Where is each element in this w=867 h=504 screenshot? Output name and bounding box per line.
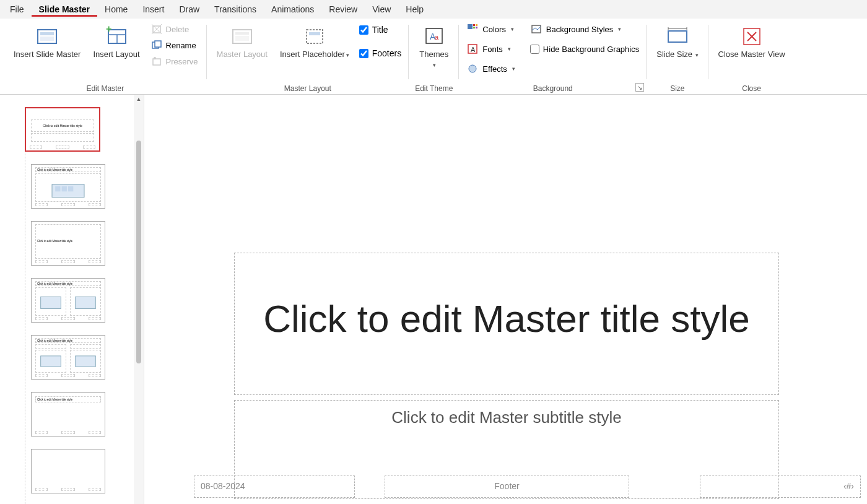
slide-size-button[interactable]: Slide Size ▾	[653, 22, 702, 62]
close-icon	[739, 25, 764, 48]
background-group-label: Background	[533, 82, 573, 94]
menu-slide-master[interactable]: Slide Master	[32, 2, 97, 17]
scroll-up-icon[interactable]: ▲	[134, 95, 143, 103]
ribbon-group-close: Close Master View Close	[708, 20, 795, 94]
ribbon: Insert Slide Master + Insert Layout Dele…	[0, 19, 867, 95]
thumbnail-scrollbar[interactable]: ▲	[134, 95, 144, 504]
thumbnail-layout-5[interactable]: Click to edit Master title style	[31, 392, 105, 437]
colors-icon	[468, 24, 479, 35]
svg-rect-40	[62, 186, 67, 191]
master-layout-button: Master Layout	[213, 22, 271, 62]
insert-layout-label: Insert Layout	[93, 50, 139, 59]
menu-home[interactable]: Home	[97, 2, 135, 17]
footers-checkbox[interactable]: Footers	[358, 46, 403, 61]
effects-label: Effects	[482, 64, 507, 74]
slide-number-placeholder[interactable]: ‹#›	[700, 476, 861, 498]
slide-master-icon	[35, 25, 59, 48]
preserve-icon	[151, 56, 162, 67]
insert-slide-master-button[interactable]: Insert Slide Master	[10, 22, 84, 62]
hide-bg-label: Hide Background Graphics	[543, 45, 639, 54]
insert-layout-icon: +	[104, 25, 129, 48]
background-dialog-launcher[interactable]: ↘	[635, 83, 644, 92]
menu-draw[interactable]: Draw	[172, 2, 207, 17]
menu-view[interactable]: View	[365, 2, 398, 17]
insert-placeholder-icon	[302, 25, 327, 48]
date-placeholder[interactable]: 08-08-2024	[194, 476, 355, 498]
colors-button[interactable]: Colors ▾	[465, 22, 518, 36]
fonts-button[interactable]: A Fonts ▾	[465, 42, 518, 56]
scrollbar-thumb[interactable]	[136, 141, 141, 363]
svg-rect-12	[153, 59, 160, 65]
date-text: 08-08-2024	[201, 481, 245, 491]
workspace: Click to edit Master title style Click t…	[0, 95, 867, 504]
thumbnail-layout-4[interactable]: Click to edit Master title style	[31, 335, 105, 380]
fonts-icon: A	[468, 43, 479, 54]
insert-layout-button[interactable]: + Insert Layout	[89, 22, 143, 62]
menu-bar: File Slide Master Home Insert Draw Trans…	[0, 0, 867, 19]
menu-animations[interactable]: Animations	[264, 2, 321, 17]
title-placeholder[interactable]: Click to edit Master title style	[234, 253, 779, 395]
ribbon-group-master-layout: Master Layout Insert Placeholder▾ Title …	[207, 20, 409, 94]
svg-rect-1	[40, 32, 54, 35]
hide-bg-checkbox[interactable]: Hide Background Graphics	[529, 42, 640, 56]
footer-placeholder[interactable]: Footer	[385, 476, 629, 498]
colors-label: Colors	[482, 25, 506, 34]
title-checkbox-input[interactable]	[359, 25, 368, 35]
chevron-down-icon: ▾	[512, 66, 515, 72]
size-group-label: Size	[670, 82, 684, 94]
svg-rect-42	[41, 297, 61, 308]
svg-rect-25	[473, 27, 475, 28]
slide-canvas-area[interactable]: Click to edit Master title style Click t…	[144, 95, 867, 504]
menu-file[interactable]: File	[2, 2, 32, 17]
rename-label: Rename	[166, 41, 196, 50]
svg-rect-39	[55, 186, 60, 191]
thumbnail-layout-3[interactable]: Click to edit Master title style	[31, 278, 105, 323]
themes-label: Themes▾	[419, 50, 448, 69]
effects-icon	[468, 63, 479, 74]
svg-text:A: A	[471, 46, 476, 53]
ribbon-group-edit-theme: Aa Themes▾ Edit Theme	[409, 20, 459, 94]
svg-rect-45	[76, 356, 96, 367]
footer-text: Footer	[494, 481, 519, 491]
background-styles-button[interactable]: Background Styles ▾	[529, 22, 640, 36]
thumbnail-master-slide[interactable]: Click to edit Master title style	[25, 107, 100, 152]
hide-bg-checkbox-input[interactable]	[530, 45, 539, 54]
insert-placeholder-label: Insert Placeholder▾	[280, 50, 349, 59]
footers-checkbox-input[interactable]	[359, 49, 368, 58]
menu-transitions[interactable]: Transitions	[207, 2, 264, 17]
chevron-down-icon: ▾	[618, 26, 621, 32]
delete-button: Delete	[149, 22, 201, 36]
svg-rect-22	[468, 24, 473, 29]
subtitle-placeholder-text: Click to edit Master subtitle style	[235, 408, 778, 427]
master-slide: Click to edit Master title style Click t…	[144, 95, 867, 504]
thumbnail-panel: Click to edit Master title style Click t…	[0, 95, 144, 504]
chevron-down-icon: ▾	[346, 52, 349, 58]
insert-placeholder-button[interactable]: Insert Placeholder▾	[276, 22, 353, 62]
slide-number-text: ‹#›	[843, 481, 854, 491]
rename-button[interactable]: Rename	[149, 38, 201, 52]
effects-button[interactable]: Effects ▾	[465, 62, 518, 76]
background-styles-icon	[531, 24, 542, 35]
master-layout-group-label: Master Layout	[284, 82, 331, 94]
chevron-down-icon: ▾	[511, 26, 514, 32]
fonts-label: Fonts	[482, 45, 503, 54]
svg-rect-2	[40, 37, 54, 41]
themes-button[interactable]: Aa Themes▾	[416, 22, 452, 71]
menu-help[interactable]: Help	[398, 2, 431, 17]
menu-review[interactable]: Review	[321, 2, 365, 17]
thumbnail-layout-2[interactable]: Click to edit Master title style	[31, 221, 105, 266]
master-layout-icon	[230, 25, 255, 48]
thumbnail-layout-1[interactable]: Click to edit Master title style	[31, 164, 105, 209]
title-checkbox[interactable]: Title	[358, 22, 403, 37]
svg-rect-24	[476, 24, 477, 26]
ribbon-group-size: Slide Size ▾ Size	[647, 20, 708, 94]
close-group-label: Close	[742, 82, 761, 94]
menu-insert[interactable]: Insert	[135, 2, 172, 17]
thumbnail-layout-6[interactable]	[31, 449, 105, 493]
svg-rect-31	[668, 31, 687, 42]
bg-styles-label: Background Styles	[546, 25, 613, 34]
svg-rect-23	[473, 24, 475, 26]
thumb-indent-line	[25, 132, 25, 504]
chevron-down-icon: ▾	[508, 46, 511, 52]
close-master-view-button[interactable]: Close Master View	[715, 22, 789, 62]
